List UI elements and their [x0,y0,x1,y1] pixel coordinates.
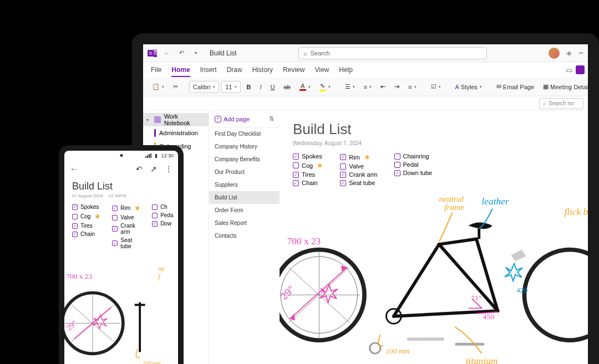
back-button[interactable]: ← [70,165,78,173]
note-canvas[interactable]: Build List Wednesday, August 7, 2024 ✓Sp… [280,111,588,364]
tab-home[interactable]: Home [171,66,190,77]
note-title[interactable]: Build List [293,121,575,138]
checklist-item[interactable]: ✓Spokes [72,204,101,210]
checklist-item[interactable]: ✓Rim★ [340,153,377,161]
premium-icon[interactable]: ◈ [564,48,574,58]
strikethrough-button[interactable]: ab [280,80,293,94]
checklist-item[interactable]: ✓Crank arm [340,171,377,178]
page-item[interactable]: Company History [209,140,280,153]
page-item[interactable]: Our Product [209,166,280,178]
more-button[interactable]: ⋮ [165,165,172,173]
section-item-administration[interactable]: Administration [143,126,209,140]
notebook-item-work[interactable]: ▾ Work Notebook [143,113,209,126]
checklist-item[interactable]: Pedal [394,161,433,168]
tags-button[interactable]: ☑▾ [428,80,444,94]
checklist-item[interactable]: ✓Down tube [394,170,433,176]
checklist-item[interactable]: ✓Tires [72,223,101,229]
font-size-select[interactable]: 11▾ [221,81,241,93]
page-item[interactable]: Contacts [209,229,280,242]
bold-button[interactable]: B [243,80,254,94]
checklist-item[interactable]: Valve [112,214,141,221]
underline-button[interactable]: U [267,80,278,94]
font-family-select[interactable]: Calibri▾ [189,81,219,93]
phone-checklist: ✓SpokesCog★✓Tires✓Chain✓Rim★Valve✓Crank … [64,204,178,249]
checkbox-icon[interactable]: ✓ [293,172,299,178]
italic-button[interactable]: I [256,80,265,94]
checkbox-icon[interactable] [293,162,299,168]
tab-insert[interactable]: Insert [200,66,217,74]
page-item[interactable]: Order Form [209,204,280,217]
checklist-item[interactable]: Cog★ [72,212,101,221]
checklist-item[interactable]: Ch [152,204,173,210]
styles-button[interactable]: AStyles▾ [452,80,485,94]
page-item[interactable]: Company Benefits [209,153,280,166]
checkbox-icon[interactable]: ✓ [293,153,299,160]
paste-button[interactable]: 📋▾ [149,80,167,94]
page-item[interactable]: Sales Report [209,217,280,229]
checklist-item[interactable]: ✓Rim★ [112,204,141,212]
checklist-item[interactable]: ✓Crank arm [112,223,141,235]
add-page-button[interactable]: +Add page [215,116,250,122]
font-color-button[interactable]: A▾ [296,80,314,94]
checklist-item[interactable]: Cog★ [293,161,323,170]
checklist-item[interactable]: ✓Dow [152,221,173,227]
format-painter-button[interactable]: ✂ [170,80,181,94]
checklist-item[interactable]: ✓Tires [293,171,323,178]
user-avatar[interactable] [549,48,560,59]
checkbox-icon[interactable]: ✓ [152,221,158,227]
email-page-button[interactable]: ✉Email Page [493,80,537,94]
share-button[interactable]: ↗ [150,165,157,173]
tab-help[interactable]: Help [339,66,353,74]
checkbox-icon[interactable] [152,204,158,210]
customize-qat[interactable]: ▾ [191,48,201,58]
tab-view[interactable]: View [314,66,329,74]
checkbox-icon[interactable]: ✓ [394,170,400,176]
checkbox-icon[interactable] [394,153,400,160]
ribbon-mode-button[interactable] [576,65,585,74]
meeting-details-button[interactable]: ▦Meeting Details [540,80,588,94]
checkbox-icon[interactable] [394,162,400,168]
tab-history[interactable]: History [252,66,273,74]
checkbox-icon[interactable]: ✓ [112,240,118,246]
share-icon[interactable]: ▭ [566,66,572,74]
checkbox-icon[interactable]: ✓ [340,172,346,178]
checklist-item[interactable]: Peda [152,212,173,218]
tab-draw[interactable]: Draw [227,66,242,74]
bullets-button[interactable]: ☰▾ [342,80,358,94]
tab-file[interactable]: File [151,66,161,74]
outdent-button[interactable]: ⇤ [377,80,389,94]
undo-button[interactable]: ↶ [136,165,143,173]
sort-pages-button[interactable]: ⇅ [269,115,274,122]
numbering-button[interactable]: ≡▾ [361,80,375,94]
checkbox-icon[interactable]: ✓ [112,206,118,211]
checklist-item[interactable]: Valve [340,163,377,170]
checkbox-icon[interactable]: ✓ [340,154,346,160]
checkbox-icon[interactable] [112,215,118,221]
svg-text:f: f [158,273,161,280]
minimize-button[interactable]: − [578,48,583,58]
search-notebooks-input[interactable]: ⌕Search no [539,98,583,109]
checkbox-icon[interactable]: ✓ [72,232,78,237]
page-item[interactable]: Build List [209,191,280,204]
checkbox-icon[interactable]: ✓ [72,204,78,210]
back-button[interactable]: ← [162,48,172,58]
undo-button[interactable]: ↶ [176,48,186,58]
phone-note-title[interactable]: Build List [64,177,178,192]
indent-button[interactable]: ⇥ [391,80,403,94]
search-bar[interactable]: ⌕ Search [298,47,487,59]
checkbox-icon[interactable]: ✓ [112,226,118,232]
checkbox-icon[interactable]: ✓ [72,223,78,229]
checklist-item[interactable]: ✓Seat tube [112,237,141,249]
tab-review[interactable]: Review [283,66,304,74]
checklist-item[interactable]: ✓Spokes [293,153,323,160]
checkbox-icon[interactable] [152,213,158,218]
checklist-item[interactable]: Chainring [394,153,433,160]
checklist-item[interactable]: ✓Chain [72,231,101,237]
checkbox-icon[interactable] [340,163,346,170]
page-item[interactable]: Suppliers [209,178,280,191]
align-button[interactable]: ≡▾ [405,80,419,94]
highlight-button[interactable]: ✎▾ [316,80,334,94]
checkbox-icon[interactable] [72,214,78,219]
page-item[interactable]: First Day Checklist [209,127,280,140]
titlebar: N ← ↶ ▾ Build List ⌕ Search ◈ − [143,44,588,62]
